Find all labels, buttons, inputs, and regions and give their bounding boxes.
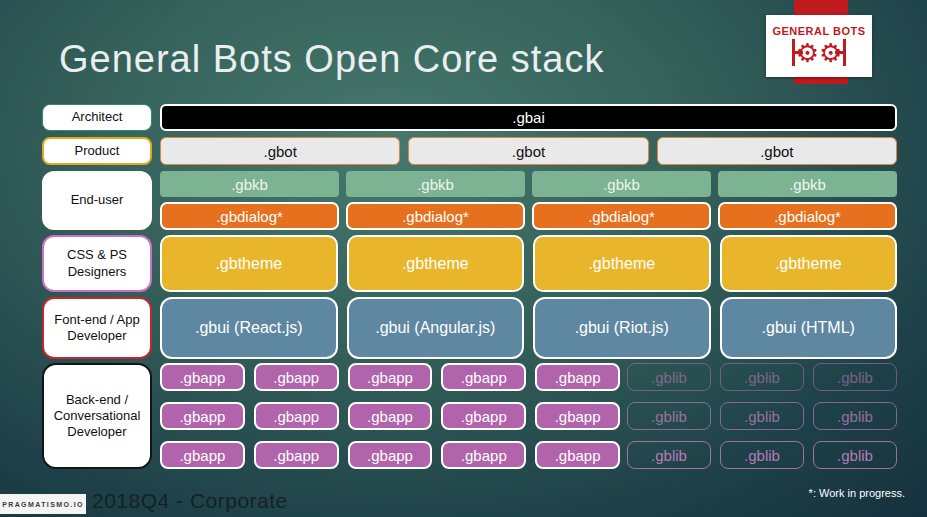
role-label-product: Product — [42, 137, 152, 165]
gbapp-block: .gbapp — [535, 402, 620, 430]
role-label-end-user: End-user — [42, 171, 152, 230]
gbapp-block: .gbapp — [160, 441, 245, 469]
gbot-block: .gbot — [657, 137, 897, 165]
layer-gbapp-gblib-row-3: .gbapp .gbapp .gbapp .gbapp .gbapp .gbli… — [160, 441, 897, 469]
gbapp-block: .gbapp — [348, 363, 433, 391]
pragmatismo-wordmark: PRAGMATISMO.IO — [2, 501, 84, 508]
footer-caption: 2018Q4 - Corporate — [92, 489, 288, 513]
gblib-block: .gblib — [627, 441, 711, 469]
gbapp-group: .gbapp .gbapp .gbapp .gbapp .gbapp — [160, 441, 620, 469]
layer-gbapp-gblib-row-1: .gbapp .gbapp .gbapp .gbapp .gbapp .gbli… — [160, 363, 897, 391]
gbui-riot-block: .gbui (Riot.js) — [533, 297, 711, 359]
gbapp-block: .gbapp — [441, 363, 526, 391]
role-label-css-ps-designers: CSS & PS Designers — [42, 235, 152, 292]
gblib-block: .gblib — [813, 441, 897, 469]
gbkb-block: .gbkb — [346, 171, 525, 197]
layer-gbkb: .gbkb .gbkb .gbkb .gbkb — [160, 171, 897, 197]
role-label-architect: Architect — [42, 104, 152, 131]
gbot-block: .gbot — [160, 137, 400, 165]
slide: General Bots Open Core stack GENERAL BOT… — [0, 0, 927, 517]
general-bots-logo: GENERAL BOTS ⚙ ⚙ — [766, 15, 872, 77]
layer-gbdialog: .gbdialog* .gbdialog* .gbdialog* .gbdial… — [160, 202, 897, 230]
gbapp-block: .gbapp — [441, 402, 526, 430]
gear-line-right-icon — [843, 39, 846, 66]
gbapp-block: .gbapp — [535, 363, 620, 391]
role-label-backend-conversational-developer: Back-end / Conversational Developer — [42, 363, 152, 469]
gblib-block: .gblib — [627, 402, 711, 430]
layer-gbai: .gbai — [160, 104, 897, 131]
layer-gbot: .gbot .gbot .gbot — [160, 137, 897, 165]
gblib-block: .gblib — [813, 402, 897, 430]
gblib-block: .gblib — [627, 363, 711, 391]
layer-gbtheme: .gbtheme .gbtheme .gbtheme .gbtheme — [160, 235, 897, 292]
gbdialog-block: .gbdialog* — [160, 202, 339, 230]
gblib-group: .gblib .gblib .gblib — [627, 441, 897, 469]
gbdialog-block: .gbdialog* — [532, 202, 711, 230]
gbapp-block: .gbapp — [160, 402, 245, 430]
gear-line-left-icon — [792, 39, 795, 66]
logo-wordmark: GENERAL BOTS — [772, 25, 865, 37]
gblib-group: .gblib .gblib .gblib — [627, 363, 897, 391]
gbtheme-block: .gbtheme — [347, 235, 525, 292]
gbapp-block: .gbapp — [441, 441, 526, 469]
gbkb-block: .gbkb — [160, 171, 339, 197]
gbtheme-block: .gbtheme — [160, 235, 338, 292]
gbai-block: .gbai — [160, 104, 897, 131]
logo-gears: ⚙ ⚙ — [792, 38, 846, 68]
gbapp-block: .gbapp — [254, 363, 339, 391]
gbapp-group: .gbapp .gbapp .gbapp .gbapp .gbapp — [160, 402, 620, 430]
gblib-block: .gblib — [720, 441, 804, 469]
gblib-block: .gblib — [720, 363, 804, 391]
gblib-block: .gblib — [813, 363, 897, 391]
gblib-block: .gblib — [720, 402, 804, 430]
page-title: General Bots Open Core stack — [59, 38, 604, 81]
gbapp-block: .gbapp — [254, 441, 339, 469]
gbtheme-block: .gbtheme — [720, 235, 898, 292]
gbtheme-block: .gbtheme — [533, 235, 711, 292]
layer-gbapp-gblib-row-2: .gbapp .gbapp .gbapp .gbapp .gbapp .gbli… — [160, 402, 897, 430]
gbapp-group: .gbapp .gbapp .gbapp .gbapp .gbapp — [160, 363, 620, 391]
layer-gbui: .gbui (React.js) .gbui (Angular.js) .gbu… — [160, 297, 897, 359]
gbapp-block: .gbapp — [348, 402, 433, 430]
gbapp-block: .gbapp — [348, 441, 433, 469]
gbot-block: .gbot — [408, 137, 648, 165]
gblib-group: .gblib .gblib .gblib — [627, 402, 897, 430]
gbkb-block: .gbkb — [718, 171, 897, 197]
gbui-react-block: .gbui (React.js) — [160, 297, 338, 359]
gbapp-block: .gbapp — [535, 441, 620, 469]
gbapp-block: .gbapp — [254, 402, 339, 430]
role-label-frontend-app-developer: Font-end / App Developer — [42, 297, 152, 359]
gbdialog-block: .gbdialog* — [718, 202, 897, 230]
gbapp-block: .gbapp — [160, 363, 245, 391]
gbui-angular-block: .gbui (Angular.js) — [347, 297, 525, 359]
gbkb-block: .gbkb — [532, 171, 711, 197]
gbdialog-block: .gbdialog* — [346, 202, 525, 230]
work-in-progress-footnote: *: Work in progress. — [809, 487, 905, 499]
pragmatismo-logo: PRAGMATISMO.IO — [0, 494, 86, 514]
gbui-html-block: .gbui (HTML) — [720, 297, 898, 359]
